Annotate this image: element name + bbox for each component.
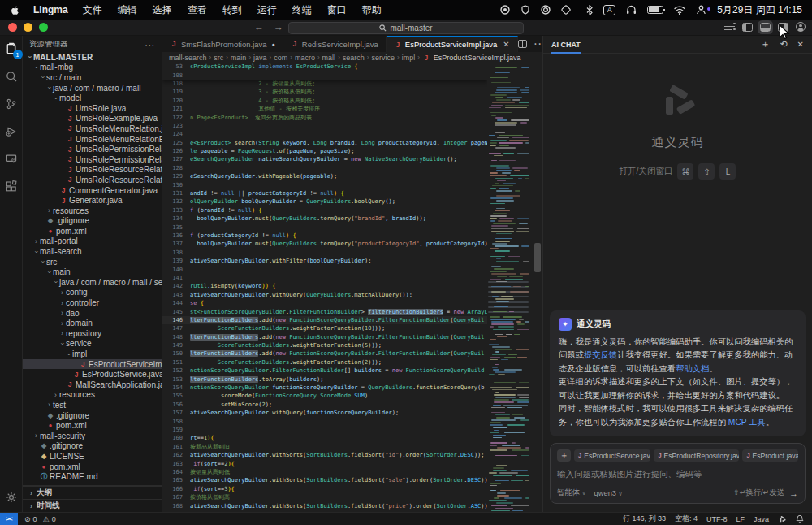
navigate-forward-button[interactable]: → [274, 21, 283, 33]
tree-item-UmsRoleMenuRelation.java[interactable]: JUmsRoleMenuRelation.java [23, 124, 162, 134]
menu-转到[interactable]: 转到 [222, 4, 242, 15]
language-mode[interactable]: Java [754, 515, 769, 523]
tree-item-MALL-MASTER[interactable]: ›MALL-MASTER [23, 52, 162, 63]
model-dropdown[interactable]: qwen3 ∨ [594, 489, 623, 497]
tree-item-UmsRole.java[interactable]: JUmsRole.java [23, 103, 162, 114]
breadcrumb-item[interactable]: macro [295, 54, 315, 62]
chat-link[interactable]: 提交反馈 [584, 350, 617, 359]
split-editor-icon[interactable] [518, 40, 527, 48]
tree-item-java---com---macro---mall[interactable]: ›java / com / macro / mall [23, 83, 162, 93]
breadcrumb-item[interactable]: src [214, 54, 223, 62]
menubar-app-name[interactable]: Lingma [33, 4, 68, 15]
search-view-icon[interactable] [3, 68, 19, 85]
toggle-primary-sidebar-icon[interactable] [742, 23, 753, 32]
tree-item-pom.xml[interactable]: ●pom.xml [23, 462, 162, 472]
context-chip-EsProductService.java[interactable]: JEsProductService.java [574, 449, 650, 462]
screen-record-status-icon[interactable] [500, 5, 510, 15]
eol-setting[interactable]: LF [736, 515, 745, 523]
ai-chat-tab[interactable]: AI CHAT [551, 41, 581, 54]
breadcrumb-item[interactable]: mall-search [169, 54, 207, 62]
breadcrumb-item[interactable]: java [253, 54, 267, 62]
toggle-secondary-sidebar-icon[interactable] [778, 23, 788, 32]
problems-indicator[interactable]: ⊘0 ⚠0 [24, 515, 56, 523]
menu-选择[interactable]: 选择 [153, 4, 172, 15]
tree-item-domain[interactable]: ›domain [23, 318, 162, 328]
apple-logo-icon[interactable] [10, 5, 20, 15]
chat-history-icon[interactable]: ⟲ [780, 39, 787, 50]
cursor-position[interactable]: 行 146, 列 33 [623, 514, 666, 524]
zoom-window-button[interactable] [39, 23, 48, 32]
tree-item-EsProductServiceImpl.java[interactable]: JEsProductServiceImpl.java [23, 359, 162, 370]
explorer-more-actions-icon[interactable]: ··· [145, 40, 156, 49]
tree-item-EsProductService.java[interactable]: JEsProductService.java [23, 369, 162, 380]
chat-input-box[interactable]: ＋ JEsProductService.javaJEsProductReposi… [550, 443, 806, 504]
tree-item-UmsRoleExample.java[interactable]: JUmsRoleExample.java [23, 114, 162, 124]
tree-item-UmsRoleMenuRelationExample.java[interactable]: JUmsRoleMenuRelationExample.java [23, 134, 162, 145]
breadcrumb-file[interactable]: JEsProductServiceImpl.java [422, 54, 521, 62]
notifications-bell-icon[interactable] [796, 514, 804, 523]
settings-gear-icon[interactable] [3, 489, 19, 505]
tree-item-pom.xml[interactable]: ●pom.xml [23, 420, 162, 431]
tab-EsProductServiceImpl.java[interactable]: JEsProductServiceImpl.java✕ [387, 36, 518, 52]
customize-layout-icon[interactable] [724, 23, 735, 32]
tree-item-mall-search[interactable]: ›mall-search [23, 246, 162, 257]
encoding-setting[interactable]: UTF-8 [706, 515, 728, 523]
tree-item-repository[interactable]: ›repository [23, 328, 162, 339]
tree-item-MallSearchApplication.java[interactable]: JMallSearchApplication.java [23, 380, 162, 390]
tree-item-UmsRolePermissionRelationExample...[interactable]: JUmsRolePermissionRelationExample... [23, 154, 162, 165]
remote-indicator[interactable]: >< [0, 513, 18, 525]
tree-item-LICENSE[interactable]: ◆LICENSE [23, 451, 162, 462]
menu-编辑[interactable]: 编辑 [118, 4, 137, 15]
tree-item-service[interactable]: ›service [23, 339, 162, 349]
tree-item-model[interactable]: ›model [23, 93, 162, 103]
tree-item-README.md[interactable]: ⓘREADME.md [23, 471, 162, 482]
tree-item-dao[interactable]: ›dao [23, 308, 162, 319]
close-window-button[interactable] [8, 23, 17, 32]
tree-item-UmsRolePermissionRelation.java[interactable]: JUmsRolePermissionRelation.java [23, 144, 162, 154]
tree-item-mall-mbg[interactable]: ›mall-mbg [23, 63, 162, 73]
tree-item-Generator.java[interactable]: JGenerator.java [23, 195, 162, 206]
add-context-button[interactable]: ＋ [557, 449, 571, 462]
breadcrumb-item[interactable]: mall [322, 54, 336, 62]
extensions-icon[interactable] [3, 179, 19, 195]
breadcrumb-item[interactable]: service [371, 54, 395, 62]
source-control-icon[interactable] [3, 96, 19, 112]
tree-item-test[interactable]: ›test [23, 400, 162, 410]
agent-mode-dropdown[interactable]: 智能体 ∨ [557, 488, 586, 498]
breadcrumb[interactable]: mall-search›src›main›java›com›macro›mall… [162, 52, 542, 63]
menu-文件[interactable]: 文件 [83, 4, 102, 15]
tree-item-CommentGenerator.java[interactable]: JCommentGenerator.java [23, 185, 162, 196]
chat-input-placeholder[interactable]: 输入问题或粘贴图片进行提问、编码等 [557, 469, 798, 480]
tree-item-.gitignore[interactable]: ◆.gitignore [23, 441, 162, 452]
tree-item-resources[interactable]: ›resources [23, 390, 162, 401]
new-chat-icon[interactable]: ＋ [760, 37, 770, 51]
send-button[interactable]: → [789, 488, 798, 498]
menubar-clock[interactable]: 5月29日 周四 14:15 [717, 3, 802, 17]
tree-item-src---main[interactable]: ›src / main [23, 72, 162, 83]
remote-explorer-icon[interactable] [3, 151, 19, 167]
tab-RedisServiceImpl.java[interactable]: JRedisServiceImpl.java [283, 36, 387, 52]
minimize-window-button[interactable] [24, 23, 32, 32]
context-chip-EsProductRepository.java[interactable]: JEsProductRepository.java [654, 449, 739, 462]
tree-item-UmsRoleResourceRelationExample.j...[interactable]: JUmsRoleResourceRelationExample.j... [23, 175, 162, 185]
menu-查看[interactable]: 查看 [188, 4, 207, 15]
minimap[interactable] [487, 63, 533, 512]
tree-item-.gitignore[interactable]: ◆.gitignore [23, 410, 162, 421]
navigate-back-button[interactable]: ← [254, 21, 264, 33]
tab-SmsFlashPromotion.java[interactable]: JSmsFlashPromotion.java● [162, 36, 283, 52]
tree-item-pom.xml[interactable]: ●pom.xml [23, 226, 162, 236]
editor-scrollbar[interactable] [533, 63, 542, 512]
tree-item-mall-portal[interactable]: ›mall-portal [23, 236, 162, 247]
tree-item-impl[interactable]: ›impl [23, 349, 162, 359]
tree-item-src[interactable]: ›src [23, 257, 162, 267]
tag-status-icon[interactable] [561, 5, 571, 15]
context-chip-EsProduct.java[interactable]: JEsProduct.java [742, 449, 798, 462]
breadcrumb-item[interactable]: com [274, 54, 287, 62]
explorer-icon[interactable]: 1 [3, 41, 19, 57]
input-source-icon[interactable]: A [603, 5, 615, 15]
code-editor[interactable]: 53sProductServiceImpl implements EsProdu… [162, 63, 487, 512]
tree-item-.gitignore[interactable]: ◆.gitignore [23, 216, 162, 227]
wifi-icon[interactable] [674, 6, 685, 15]
breadcrumb-item[interactable]: impl [402, 54, 416, 62]
battery-icon[interactable] [647, 6, 663, 14]
